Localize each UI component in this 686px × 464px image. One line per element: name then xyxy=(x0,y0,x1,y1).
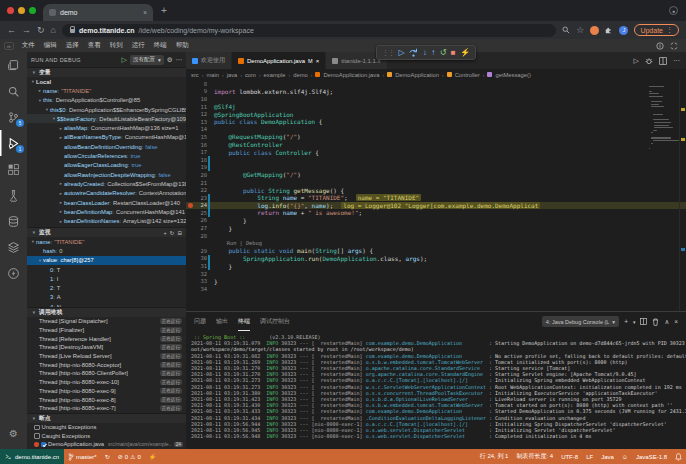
gutter[interactable] xyxy=(186,194,194,202)
eol-item[interactable]: LF xyxy=(582,449,597,464)
close-window-button[interactable] xyxy=(7,7,14,14)
code-line[interactable]: 15 @RequestMapping("/") xyxy=(186,133,686,141)
variable-row[interactable]: ▸autowireCandidateResolver:ContextAnnota… xyxy=(27,189,186,198)
close-panel-icon[interactable]: × xyxy=(674,318,678,325)
gutter[interactable] xyxy=(186,232,194,240)
gutter[interactable] xyxy=(186,179,194,187)
gutter[interactable] xyxy=(186,224,194,232)
variable-row[interactable]: ▾this:DemoApplication$Controller@85 xyxy=(27,96,186,105)
callstack-thread-row[interactable]: Thread [DestroyJavaVM]正在运行 xyxy=(27,343,186,352)
code-line[interactable]: 34 xyxy=(186,285,686,293)
callstack-thread-row[interactable]: Thread [Signal Dispatcher]正在运行 xyxy=(27,317,186,326)
code-line[interactable]: 18 xyxy=(186,156,686,164)
tab-close-icon[interactable]: × xyxy=(143,9,147,16)
code-line[interactable]: 10 xyxy=(186,95,686,103)
debug-status-item[interactable]: ⚡ xyxy=(145,449,161,464)
split-terminal-icon[interactable] xyxy=(640,318,647,325)
jdk-item[interactable]: JavaSE-1.8 xyxy=(632,449,671,464)
code-line[interactable]: 22 public String getMessage() { xyxy=(186,186,686,194)
variable-row[interactable]: ▸beanDefinitionNames:ArrayList@142 size=… xyxy=(27,216,186,225)
breadcrumb-item[interactable]: example xyxy=(264,72,286,78)
variable-row[interactable]: ▸name:"TITANIDE" xyxy=(27,86,186,95)
menu-item-文件[interactable]: 文件 xyxy=(18,40,39,51)
breakpoint-checkbox[interactable] xyxy=(34,425,40,431)
variable-row[interactable]: allowBeanDefinitionOverriding:false xyxy=(27,142,186,151)
gutter[interactable] xyxy=(186,126,194,134)
menu-item-帮助[interactable]: 帮助 xyxy=(172,40,193,51)
variable-row[interactable]: ▸beanClassLoader:RestartClassLoader@140 xyxy=(27,198,186,207)
callstack-thread-row[interactable]: Thread [http-nio-8080-ClientPoller]正在运行 xyxy=(27,369,186,378)
toolbar-grip-icon[interactable]: ⋮⋮ xyxy=(382,49,394,57)
codelens-row[interactable]: Run | Debug xyxy=(186,239,686,247)
gutter[interactable] xyxy=(186,141,194,149)
profile-avatar[interactable]: J xyxy=(619,26,628,35)
breadcrumb-item[interactable]: src xyxy=(191,72,199,78)
callstack-thread-row[interactable]: Thread [http-nio-8080-exec-10]正在运行 xyxy=(27,378,186,387)
explorer-icon[interactable] xyxy=(0,52,27,78)
gutter[interactable] xyxy=(186,133,194,141)
browser-profile-icon[interactable]: ● xyxy=(669,6,678,15)
codelens-label[interactable]: Run | Debug xyxy=(214,240,262,246)
gutter[interactable] xyxy=(186,103,194,111)
gutter[interactable] xyxy=(186,209,194,217)
add-watch-icon[interactable]: + xyxy=(164,230,167,236)
minimize-window-button[interactable] xyxy=(18,7,25,14)
split-editor-icon[interactable] xyxy=(659,57,667,65)
breakpoint-checkbox[interactable] xyxy=(41,442,47,448)
editor-tab-欢迎使用[interactable]: 欢迎使用 xyxy=(186,52,232,69)
code-line[interactable]: 11@Slf4j xyxy=(186,103,686,111)
code-line[interactable]: 28 xyxy=(186,232,686,240)
menu-item-选择[interactable]: 选择 xyxy=(62,40,83,51)
bookmark-star-icon[interactable]: ☆ xyxy=(576,25,584,35)
code-line[interactable]: 32 xyxy=(186,270,686,278)
menu-item-转到[interactable]: 转到 xyxy=(106,40,127,51)
tab-close-icon[interactable]: × xyxy=(316,58,320,64)
watch-row[interactable]: 3:A xyxy=(27,293,186,302)
watch-row[interactable]: 0:T xyxy=(27,265,186,274)
breadcrumb-item[interactable]: getMessage() xyxy=(495,72,530,78)
step-over-icon[interactable] xyxy=(409,48,418,57)
watch-row[interactable]: hash:0 xyxy=(27,246,186,255)
code-line[interactable]: 17 public class Controller { xyxy=(186,148,686,156)
browser-tab[interactable]: demo × xyxy=(43,4,153,21)
variable-row[interactable]: ▸aliasMap:ConcurrentHashMap@136 size=1 xyxy=(27,123,186,132)
kill-terminal-icon[interactable] xyxy=(652,318,659,326)
overview-ruler[interactable] xyxy=(679,80,686,311)
database-icon[interactable] xyxy=(0,208,27,234)
code-editor[interactable]: 89import lombok.extern.slf4j.Slf4j;1011@… xyxy=(186,80,686,311)
code-line[interactable]: 8 xyxy=(186,80,686,88)
editor-more-icon[interactable]: ⋯ xyxy=(673,57,680,65)
testing-icon[interactable] xyxy=(0,182,27,208)
variable-row[interactable]: allowEagerClassLoading:true xyxy=(27,161,186,170)
code-line[interactable]: 21 xyxy=(186,179,686,187)
step-into-icon[interactable]: ↓ xyxy=(423,48,427,57)
menu-item-运行[interactable]: 运行 xyxy=(128,40,149,51)
run-debug-icon[interactable]: 1 xyxy=(0,130,27,156)
callstack-thread-row[interactable]: Thread [Reference Handler]正在运行 xyxy=(27,334,186,343)
git-branch-item[interactable]: master* xyxy=(64,449,101,464)
gutter[interactable] xyxy=(186,186,194,194)
gutter[interactable] xyxy=(186,217,194,225)
problems-item[interactable]: ⊘0 ⚠0 xyxy=(114,449,145,464)
breadcrumb-item[interactable]: com xyxy=(245,72,256,78)
continue-icon[interactable]: ▷ xyxy=(399,48,405,57)
gutter[interactable] xyxy=(186,270,194,278)
restart-icon[interactable]: ↺ xyxy=(440,48,447,57)
new-terminal-icon[interactable]: + xyxy=(624,318,628,325)
code-line[interactable]: 26 } xyxy=(186,217,686,225)
debug-file-icon[interactable] xyxy=(645,57,653,65)
tab-size-item[interactable]: 制表符长度: 4 xyxy=(512,449,557,464)
debug-config-dropdown[interactable]: 没有配置▾ xyxy=(130,55,164,65)
terminal-output[interactable]: :: Spring Boot :: (v2.3.10.RELEASE)2021-… xyxy=(186,331,686,449)
breadcrumb-item[interactable]: Controller xyxy=(455,72,480,78)
menu-item-编辑[interactable]: 编辑 xyxy=(40,40,61,51)
callstack-thread-row[interactable]: Thread [http-nio-8080-Acceptor]正在运行 xyxy=(27,360,186,369)
code-line[interactable]: 30 SpringApplication.run(DemoApplication… xyxy=(186,255,686,263)
encoding-item[interactable]: UTF-8 xyxy=(557,449,582,464)
panel-tab-终端[interactable]: 终端 xyxy=(238,312,250,331)
remote-indicator[interactable]: demo.titanide.cn xyxy=(0,449,64,464)
notifications-bell-icon[interactable] xyxy=(671,449,686,464)
variables-section-header[interactable]: ▾ 变量 xyxy=(27,67,186,77)
start-debug-button[interactable]: ▷ xyxy=(122,56,127,64)
home-icon[interactable]: ⌂ xyxy=(51,25,56,35)
